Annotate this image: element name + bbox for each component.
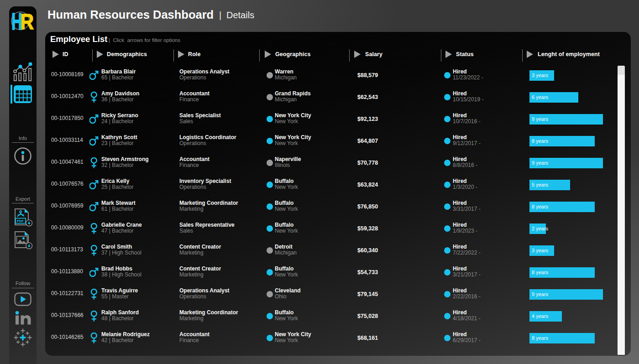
svg-text:R: R [21, 9, 34, 32]
svg-text:PDF: PDF [17, 219, 24, 223]
